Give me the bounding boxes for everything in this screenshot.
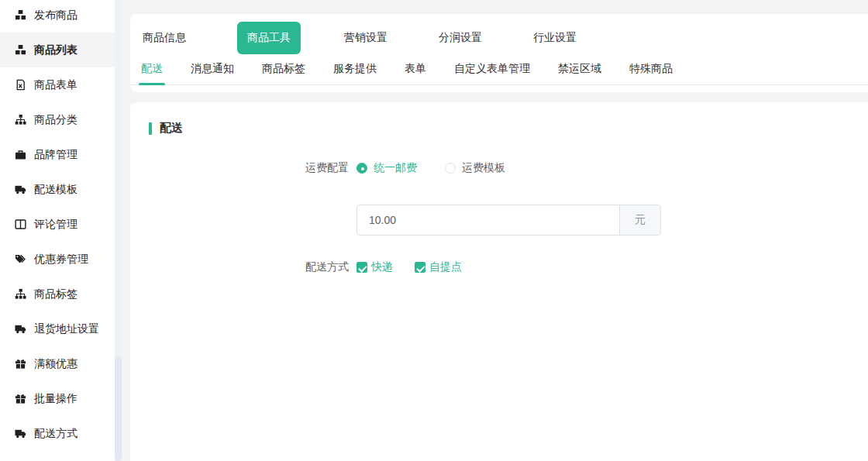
section-title: 配送 [160, 121, 183, 136]
sidebar-item-label: 配送模板 [34, 183, 78, 197]
primary-tab[interactable]: 商品工具 [237, 22, 301, 54]
sidebar-item[interactable]: 商品列表 [0, 33, 115, 67]
radio-option[interactable]: 统一邮费 [356, 161, 417, 175]
sidebar-item[interactable]: 批量操作 [0, 381, 115, 416]
radio-icon[interactable] [356, 163, 367, 174]
section-header: 配送 [149, 121, 849, 136]
briefcase-icon [14, 149, 26, 161]
sidebar-item[interactable]: 商品标签 [0, 277, 115, 311]
sidebar-item[interactable]: 品牌管理 [0, 137, 115, 172]
freight-radio-group: 统一邮费 运费模板 [356, 161, 533, 175]
primary-tab[interactable]: 分润设置 [439, 31, 482, 45]
currency-unit-suffix: 元 [619, 205, 660, 235]
scrollbar-thumb[interactable] [115, 356, 122, 461]
sidebar-menu: 发布商品 商品列表 商品表单 商品分类 品牌管理 配送模板 评论管理 优惠券管理… [0, 0, 115, 451]
sidebar-item[interactable]: 优惠券管理 [0, 242, 115, 277]
sidebar-item-label: 退货地址设置 [34, 322, 99, 336]
sidebar-item[interactable]: 商品表单 [0, 67, 115, 102]
content-card: 配送 运费配置 统一邮费 运费模板 元 配送方式 快递 自提点 [130, 102, 868, 461]
radio-icon[interactable] [445, 163, 456, 174]
primary-tab[interactable]: 商品信息 [143, 31, 186, 45]
delivery-form: 运费配置 统一邮费 运费模板 元 配送方式 快递 自提点 [149, 161, 849, 274]
sidebar-scrollbar[interactable] [115, 0, 122, 461]
secondary-tab[interactable]: 消息通知 [191, 62, 234, 76]
freight-amount-row: 元 [149, 205, 849, 236]
freight-amount-input[interactable] [357, 205, 619, 235]
sitemap-icon [14, 114, 26, 126]
primary-tab-bar: 商品信息商品工具营销设置分润设置行业设置 [130, 20, 868, 56]
gift-icon [14, 393, 26, 405]
sidebar-item-label: 批量操作 [34, 392, 78, 406]
secondary-tab[interactable]: 禁运区域 [558, 62, 601, 76]
sidebar-item[interactable]: 配送方式 [0, 416, 115, 451]
tabs-card: 商品信息商品工具营销设置分润设置行业设置 配送消息通知商品标签服务提供表单自定义… [130, 14, 868, 92]
sidebar-item[interactable]: 评论管理 [0, 207, 115, 242]
delivery-method-label: 配送方式 [149, 260, 349, 274]
section-accent-bar [149, 122, 152, 135]
sidebar-item[interactable]: 发布商品 [0, 0, 115, 33]
checkbox-option-label: 快递 [371, 260, 393, 274]
sidebar-item[interactable]: 满额优惠 [0, 346, 115, 381]
truck-icon [14, 184, 26, 196]
primary-tab[interactable]: 营销设置 [344, 31, 388, 45]
delivery-checkbox-group: 快递 自提点 [356, 260, 484, 274]
sidebar-item[interactable]: 配送模板 [0, 172, 115, 207]
checkbox-option[interactable]: 快递 [356, 260, 393, 274]
sidebar-item-label: 满额优惠 [34, 357, 78, 371]
freight-config-row: 运费配置 统一邮费 运费模板 [149, 161, 849, 175]
primary-tab[interactable]: 行业设置 [533, 31, 577, 45]
tags-icon [14, 253, 26, 266]
checkbox-icon[interactable] [356, 262, 367, 273]
sidebar-item-label: 评论管理 [34, 218, 78, 232]
cubes-icon [14, 44, 26, 57]
secondary-tab-bar: 配送消息通知商品标签服务提供表单自定义表单管理禁运区域特殊商品 [130, 62, 868, 85]
secondary-tab[interactable]: 自定义表单管理 [454, 62, 530, 76]
columns-icon [14, 218, 26, 231]
secondary-tab[interactable]: 商品标签 [262, 62, 305, 76]
checkbox-option[interactable]: 自提点 [415, 260, 462, 274]
sitemap-icon [14, 288, 26, 301]
secondary-tab[interactable]: 特殊商品 [629, 62, 673, 76]
truck-icon [14, 323, 26, 335]
gift-icon [14, 358, 26, 370]
truck-icon [14, 428, 26, 440]
sidebar-item-label: 配送方式 [34, 427, 78, 441]
sidebar-item-label: 商品表单 [34, 78, 78, 92]
sidebar-item-label: 发布商品 [34, 9, 78, 22]
delivery-method-row: 配送方式 快递 自提点 [149, 260, 849, 274]
secondary-tab[interactable]: 表单 [405, 62, 426, 76]
radio-option[interactable]: 运费模板 [445, 161, 505, 175]
file-excel-icon [14, 79, 26, 91]
sidebar-item-label: 商品分类 [34, 113, 78, 127]
freight-config-label: 运费配置 [149, 161, 349, 175]
sidebar-item-label: 品牌管理 [34, 148, 78, 162]
freight-amount-input-group: 元 [356, 205, 661, 236]
cubes-icon [14, 9, 26, 22]
sidebar-item-label: 商品列表 [34, 43, 78, 57]
sidebar: 发布商品 商品列表 商品表单 商品分类 品牌管理 配送模板 评论管理 优惠券管理… [0, 0, 115, 461]
secondary-tab[interactable]: 配送 [141, 62, 163, 76]
radio-option-label: 运费模板 [462, 161, 505, 175]
sidebar-item[interactable]: 商品分类 [0, 102, 115, 137]
sidebar-item-label: 优惠券管理 [34, 253, 88, 267]
checkbox-option-label: 自提点 [429, 260, 462, 274]
radio-option-label: 统一邮费 [374, 161, 417, 175]
secondary-tab[interactable]: 服务提供 [333, 62, 377, 76]
sidebar-item[interactable]: 退货地址设置 [0, 311, 115, 346]
checkbox-icon[interactable] [415, 262, 425, 273]
sidebar-item-label: 商品标签 [34, 287, 78, 301]
